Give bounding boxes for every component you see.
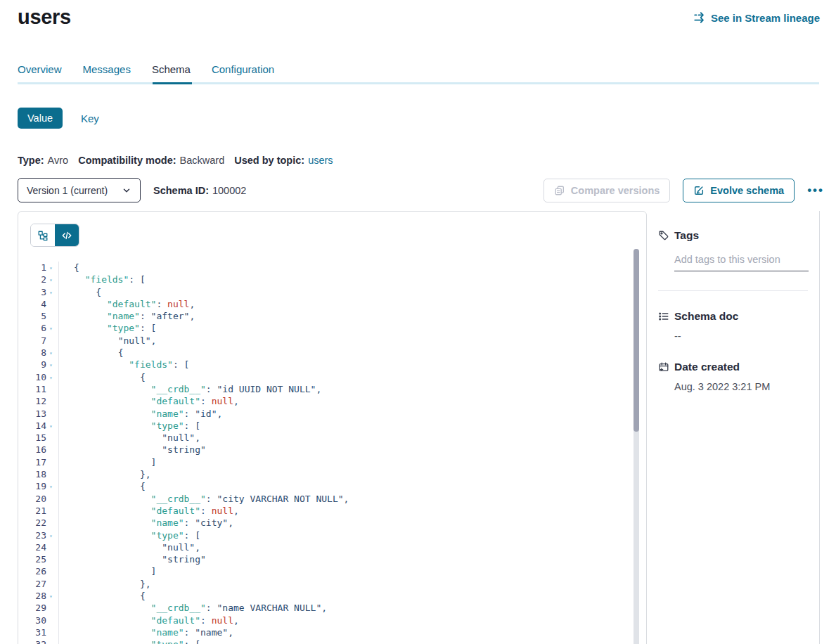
fold-gutter: ▾ [46, 590, 59, 602]
line-number: 5 [18, 310, 46, 322]
code-text: { [59, 590, 146, 602]
tags-input[interactable] [674, 252, 809, 271]
code-text: "type": [ [59, 638, 200, 644]
code-line: 9▾ "fields": [ [18, 359, 646, 371]
fold-arrow-icon[interactable]: ▾ [49, 287, 53, 299]
stream-lineage-icon [693, 11, 706, 24]
code-text: "type": [ [59, 322, 156, 334]
line-number: 6 [18, 322, 46, 334]
fold-gutter [46, 298, 59, 310]
line-number: 30 [18, 614, 46, 626]
fold-gutter: ▾ [46, 529, 59, 541]
page-title: users [18, 6, 71, 29]
code-text: "__crdb__": "id UUID NOT NULL", [59, 383, 321, 395]
code-text: "type": [ [59, 529, 200, 541]
line-number: 13 [18, 408, 46, 420]
code-line: 31 "name": "name", [18, 626, 646, 638]
schema-editor-panel: 1▾{2▾ "fields": [3▾ {4 "default": null,5… [18, 211, 647, 644]
fold-gutter: ▾ [46, 359, 59, 371]
line-number: 18 [18, 468, 46, 480]
line-number: 25 [18, 553, 46, 565]
version-select[interactable]: Version 1 (current) [18, 178, 141, 202]
line-number: 32 [18, 638, 46, 644]
fold-gutter: ▾ [46, 420, 59, 432]
line-number: 21 [18, 505, 46, 517]
schema-doc-value: -- [674, 330, 808, 342]
fold-gutter: ▾ [46, 322, 59, 334]
fold-gutter: ▾ [46, 347, 59, 359]
tags-title: Tags [674, 229, 699, 242]
code-line: 1▾{ [18, 262, 646, 273]
line-number: 2 [18, 273, 46, 285]
code-text: ] [59, 456, 156, 468]
code-text: }, [59, 578, 151, 590]
fold-arrow-icon[interactable]: ▾ [49, 639, 53, 644]
fold-arrow-icon[interactable]: ▾ [49, 372, 53, 384]
line-number: 19 [18, 480, 46, 492]
page-header: users See in Stream lineage [18, 6, 820, 29]
schema-doc-title: Schema doc [674, 310, 738, 323]
line-number: 12 [18, 395, 46, 407]
code-text: ] [59, 565, 156, 577]
code-line: 15 "null", [18, 432, 646, 444]
code-text: "string" [59, 553, 206, 565]
code-view-button[interactable] [55, 224, 79, 246]
code-line: 4 "default": null, [18, 298, 646, 310]
code-text: "default": null, [59, 395, 239, 407]
fold-arrow-icon[interactable]: ▾ [49, 323, 53, 335]
value-button[interactable]: Value [18, 108, 63, 129]
code-view-icon [61, 230, 72, 241]
schema-id-label: Schema ID: [153, 185, 209, 196]
line-number: 22 [18, 517, 46, 529]
code-line: 25 "string" [18, 553, 646, 565]
code-line: 19▾ { [18, 480, 646, 492]
evolve-schema-button[interactable]: Evolve schema [683, 179, 795, 202]
topic-link[interactable]: users [308, 155, 333, 166]
fold-gutter [46, 468, 59, 480]
fold-arrow-icon[interactable]: ▾ [49, 359, 53, 371]
code-line: 16 "string" [18, 444, 646, 456]
fold-arrow-icon[interactable]: ▾ [49, 591, 53, 603]
code-line: 7 "null", [18, 335, 646, 347]
line-number: 28 [18, 590, 46, 602]
schema-page: users See in Stream lineage Overview Mes… [0, 0, 836, 644]
code-text: "name": "after", [59, 310, 195, 322]
version-bar: Version 1 (current) Schema ID: 100002 Co… [18, 178, 824, 202]
fold-gutter [46, 626, 59, 638]
line-number: 16 [18, 444, 46, 456]
more-actions-button[interactable]: ••• [807, 184, 824, 196]
fold-gutter [46, 310, 59, 322]
fold-arrow-icon[interactable]: ▾ [49, 420, 53, 432]
compat-value: Backward [180, 155, 225, 166]
line-number: 20 [18, 493, 46, 505]
fold-gutter [46, 565, 59, 577]
fold-arrow-icon[interactable]: ▾ [49, 262, 53, 274]
compare-versions-button[interactable]: Compare versions [544, 179, 671, 202]
key-button[interactable]: Key [81, 112, 99, 124]
tab-bar: Overview Messages Schema Configuration [18, 63, 819, 88]
fold-gutter [46, 493, 59, 505]
code-text: "null", [59, 541, 200, 553]
code-line: 29 "__crdb__": "name VARCHAR NULL", [18, 602, 646, 614]
line-number: 24 [18, 541, 46, 553]
fold-arrow-icon[interactable]: ▾ [49, 530, 53, 542]
fold-gutter [46, 578, 59, 590]
editor-scrollbar-thumb[interactable] [634, 249, 639, 432]
structured-view-button[interactable] [31, 224, 55, 246]
code-text: "type": [ [59, 420, 200, 432]
fold-gutter: ▾ [46, 638, 59, 644]
fold-arrow-icon[interactable]: ▾ [49, 274, 53, 286]
evolve-schema-icon [693, 185, 705, 196]
fold-arrow-icon[interactable]: ▾ [49, 347, 53, 359]
stream-lineage-link[interactable]: See in Stream lineage [693, 11, 820, 24]
fold-gutter: ▾ [46, 262, 59, 273]
line-number: 27 [18, 578, 46, 590]
line-number: 17 [18, 456, 46, 468]
fold-gutter: ▾ [46, 480, 59, 492]
line-number: 7 [18, 335, 46, 347]
fold-gutter: ▾ [46, 273, 59, 285]
fold-arrow-icon[interactable]: ▾ [49, 481, 53, 493]
code-line: 6▾ "type": [ [18, 322, 646, 334]
code-line: 22 "name": "city", [18, 517, 646, 529]
line-number: 1 [18, 262, 46, 273]
